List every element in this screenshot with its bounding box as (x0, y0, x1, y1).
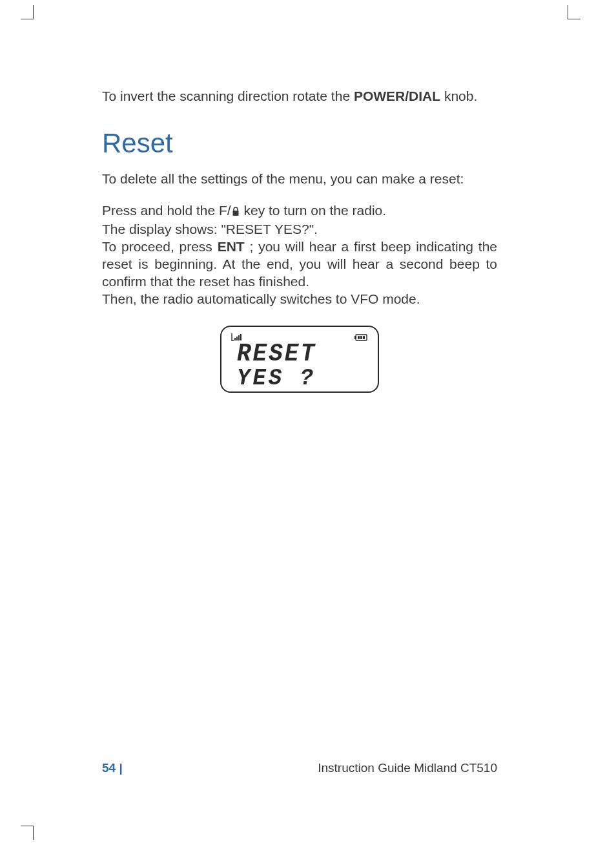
instruction-block: Press and hold the F/ key to turn on the… (102, 202, 497, 308)
intro-bold: POWER/DIAL (354, 89, 440, 103)
lcd-line-2: YES ? (237, 368, 370, 390)
instr-line2: The display shows: "RESET YES?". (102, 222, 318, 236)
crop-mark (21, 826, 34, 840)
footer-title: Instruction Guide Midland CT510 (318, 761, 497, 775)
svg-rect-6 (354, 336, 356, 339)
lcd-text: RESET YES ? (237, 342, 370, 387)
page-number: 54 | (102, 761, 123, 775)
svg-rect-0 (232, 211, 238, 216)
content-area: To invert the scanning direction rotate … (102, 87, 497, 393)
svg-rect-8 (360, 337, 362, 340)
lcd-display: RESET YES ? (220, 326, 379, 393)
lock-icon (231, 203, 240, 221)
delete-paragraph: To delete all the settings of the menu, … (102, 171, 497, 188)
page: To invert the scanning direction rotate … (0, 0, 616, 845)
instr-line1-after: key to turn on the radio. (240, 203, 386, 218)
svg-rect-9 (363, 337, 365, 340)
intro-text-before: To invert the scanning direction rotate … (102, 89, 354, 103)
instr-line4: Then, the radio automatically switches t… (102, 291, 420, 306)
svg-rect-7 (358, 337, 360, 340)
crop-mark (568, 5, 580, 19)
intro-text-after: knob. (440, 89, 477, 103)
instr-line1-before: Press and hold the F/ (102, 203, 231, 218)
instr-line3-bold: ENT (218, 239, 245, 254)
lcd-line-1: RESET (237, 342, 370, 366)
lcd-display-wrap: RESET YES ? (220, 326, 379, 393)
instr-line3-before: To proceed, press (102, 239, 218, 254)
intro-paragraph: To invert the scanning direction rotate … (102, 87, 497, 105)
crop-mark (21, 5, 34, 19)
footer: 54 | Instruction Guide Midland CT510 (102, 761, 497, 775)
svg-rect-1 (234, 338, 236, 340)
section-heading: Reset (102, 128, 497, 159)
